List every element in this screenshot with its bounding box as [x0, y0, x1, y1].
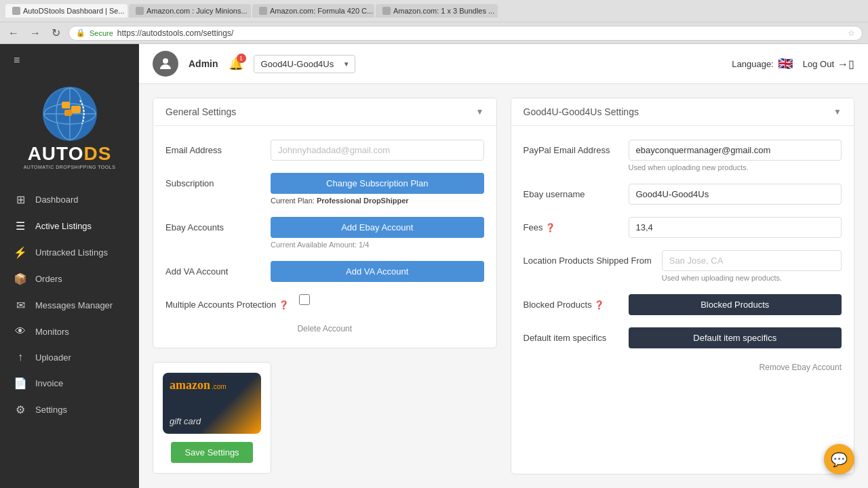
- hamburger-menu[interactable]: ≡: [0, 44, 139, 77]
- ebay-accounts-label: Ebay Accounts: [165, 217, 260, 232]
- logo-autods-text: AUTODS: [28, 144, 112, 163]
- default-item-button[interactable]: Default item specifics: [629, 327, 842, 348]
- orders-icon: 📦: [14, 272, 27, 285]
- address-bar[interactable]: 🔒 Secure https://autodstools.com/setting…: [68, 26, 863, 41]
- multiple-accounts-row: Multiple Accounts Protection ❓: [165, 294, 484, 310]
- general-settings-arrow: ▼: [476, 107, 484, 117]
- fees-field-wrapper: [629, 217, 842, 238]
- subscription-field-wrapper: Change Subscription Plan Current Plan: P…: [271, 173, 484, 205]
- bell-badge: 1: [237, 54, 246, 63]
- multiple-accounts-label: Multiple Accounts Protection ❓: [165, 294, 289, 310]
- ebay-username-row: Ebay username: [524, 184, 842, 205]
- tab-label-4: Amazon.com: 1 x 3 Bundles ...: [393, 7, 494, 15]
- email-row: Email Address: [165, 140, 484, 161]
- active-listings-icon: ☰: [14, 220, 27, 232]
- tab-favicon-2: [136, 7, 144, 15]
- sidebar-item-messages-manager[interactable]: ✉ Messages Manager: [0, 292, 139, 319]
- sidebar-item-settings[interactable]: ⚙ Settings: [0, 396, 139, 423]
- paypal-email-row: PayPal Email Address Used when uploading…: [524, 140, 842, 171]
- tab-favicon-4: [382, 7, 391, 15]
- general-settings-header[interactable]: General Settings ▼: [153, 98, 496, 126]
- forward-button[interactable]: →: [27, 26, 43, 41]
- sidebar-logo: AUTODS AUTOMATIC DROPSHIPPING TOOLS: [0, 77, 139, 180]
- default-item-field-wrapper: Default item specifics: [629, 327, 842, 348]
- bookmark-icon[interactable]: ☆: [848, 28, 855, 38]
- ebay-accounts-row: Ebay Accounts Add Ebay Account Current A…: [165, 217, 484, 249]
- remove-ebay-row: Remove Ebay Account: [524, 361, 842, 373]
- chat-button[interactable]: 💬: [824, 444, 854, 474]
- sidebar-item-label-active-listings: Active Listings: [35, 221, 92, 231]
- main-content: Admin 🔔 1 Good4U-Good4Us Language: 🇬🇧 Lo…: [139, 44, 868, 488]
- hamburger-icon: ≡: [14, 54, 20, 66]
- add-va-account-button[interactable]: Add VA Account: [271, 261, 484, 282]
- sidebar-item-uploader[interactable]: ↑ Uploader: [0, 344, 139, 370]
- add-va-label: Add VA Account: [165, 261, 260, 277]
- blocked-products-help-icon[interactable]: ❓: [594, 300, 604, 310]
- email-field-wrapper: [271, 140, 484, 161]
- svg-rect-7: [64, 110, 72, 116]
- logo-subtitle-text: AUTOMATIC DROPSHIPPING TOOLS: [24, 165, 116, 169]
- current-plan-text: Current Plan: Professional DropShipper: [271, 197, 484, 205]
- available-amount-text: Current Available Amount: 1/4: [271, 241, 484, 249]
- svg-rect-5: [62, 102, 70, 108]
- sidebar-item-active-listings[interactable]: ☰ Active Listings: [0, 213, 139, 239]
- email-input[interactable]: [271, 140, 484, 161]
- account-selector[interactable]: Good4U-Good4Us: [254, 55, 355, 73]
- fees-help-icon[interactable]: ❓: [545, 223, 555, 232]
- sidebar-nav: ⊞ Dashboard ☰ Active Listings ⚡ Untracke…: [0, 180, 139, 488]
- tabs-container: AutoDStools Dashboard | Se... × Amazon.c…: [5, 4, 863, 18]
- sidebar-item-orders[interactable]: 📦 Orders: [0, 266, 139, 292]
- sidebar-item-invoice[interactable]: 📄 Invoice: [0, 370, 139, 396]
- change-subscription-button[interactable]: Change Subscription Plan: [271, 173, 484, 194]
- add-va-field-wrapper: Add VA Account: [271, 261, 484, 282]
- ebay-username-label: Ebay username: [524, 184, 618, 199]
- logout-button[interactable]: Log Out →▯: [803, 58, 854, 70]
- sidebar-item-untracked-listings[interactable]: ⚡ Untracked Listings: [0, 239, 139, 266]
- secure-label: Secure: [90, 29, 113, 37]
- tab-4[interactable]: Amazon.com: 1 x 3 Bundles ... ×: [376, 4, 498, 18]
- svg-rect-6: [71, 106, 81, 113]
- remove-ebay-account-link[interactable]: Remove Ebay Account: [760, 363, 842, 372]
- blocked-products-field-wrapper: Blocked Products: [629, 294, 842, 315]
- tab-3[interactable]: Amazon.com: Formula 420 C... ×: [252, 4, 374, 18]
- add-ebay-account-button[interactable]: Add Ebay Account: [271, 217, 484, 238]
- tab-2[interactable]: Amazon.com : Juicy Minions... ×: [129, 4, 251, 18]
- account-settings-title: Good4U-Good4Us Settings: [524, 106, 639, 117]
- address-bar-row: ← → ↻ 🔒 Secure https://autodstools.com/s…: [0, 22, 868, 44]
- url-display: https://autodstools.com/settings/: [117, 28, 233, 38]
- invoice-icon: 📄: [14, 377, 27, 390]
- browser-tabs-bar: AutoDStools Dashboard | Se... × Amazon.c…: [0, 0, 868, 22]
- delete-account-link[interactable]: Delete Account: [297, 324, 352, 333]
- sidebar-item-dashboard[interactable]: ⊞ Dashboard: [0, 186, 139, 213]
- language-selector[interactable]: Language: 🇬🇧: [732, 56, 792, 71]
- location-input[interactable]: [662, 250, 842, 271]
- back-button[interactable]: ←: [5, 26, 22, 41]
- refresh-button[interactable]: ↻: [49, 25, 63, 41]
- fees-input[interactable]: [629, 217, 842, 238]
- multiple-accounts-checkbox[interactable]: [299, 294, 310, 305]
- tab-label-1: AutoDStools Dashboard | Se...: [23, 7, 125, 15]
- account-settings-panel: Good4U-Good4Us Settings ▼ PayPal Email A…: [511, 98, 855, 474]
- blocked-products-row: Blocked Products ❓ Blocked Products: [524, 294, 842, 315]
- multiple-accounts-help-icon[interactable]: ❓: [279, 300, 289, 310]
- admin-label: Admin: [189, 58, 218, 69]
- blocked-products-button[interactable]: Blocked Products: [629, 294, 842, 315]
- save-settings-button[interactable]: Save Settings: [171, 442, 252, 463]
- account-settings-header[interactable]: Good4U-Good4Us Settings ▼: [511, 98, 854, 126]
- svg-point-8: [163, 58, 168, 64]
- amazon-logo-text: amazon: [170, 378, 210, 392]
- sidebar-item-monitors[interactable]: 👁 Monitors: [0, 319, 139, 344]
- uploader-icon: ↑: [14, 351, 27, 363]
- default-item-label: Default item specifics: [524, 327, 618, 343]
- amazon-gift-card: amazon .com gift card Save Settings: [153, 362, 271, 474]
- account-settings-body: PayPal Email Address Used when uploading…: [511, 126, 854, 386]
- current-plan-prefix: Current Plan:: [271, 197, 315, 205]
- ebay-username-input[interactable]: [629, 184, 842, 205]
- paypal-email-input[interactable]: [629, 140, 842, 161]
- notification-bell[interactable]: 🔔 1: [229, 56, 243, 71]
- sidebar-item-label-monitors: Monitors: [35, 327, 69, 337]
- dashboard-icon: ⊞: [14, 193, 27, 206]
- tab-1[interactable]: AutoDStools Dashboard | Se... ×: [5, 4, 127, 18]
- account-selector-wrapper[interactable]: Good4U-Good4Us: [254, 55, 355, 73]
- tab-favicon-1: [12, 7, 20, 15]
